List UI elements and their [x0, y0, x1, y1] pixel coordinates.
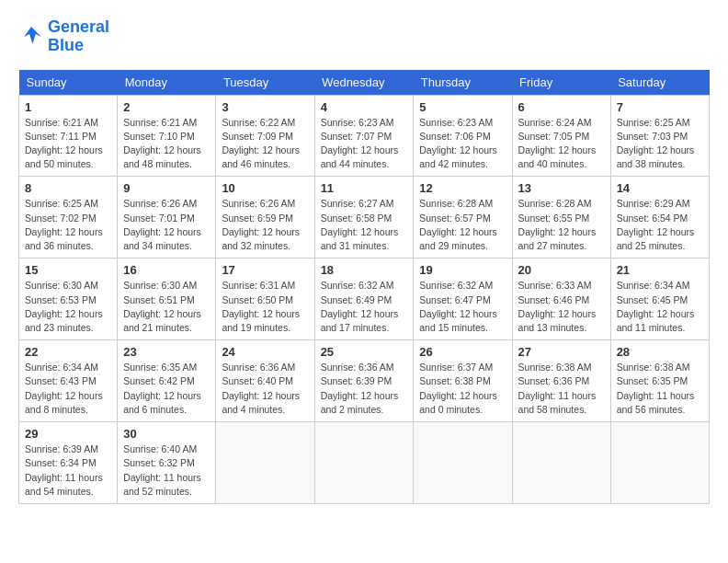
day-number: 3: [222, 100, 308, 114]
day-info: Sunrise: 6:26 AM Sunset: 7:01 PM Dayligh…: [123, 197, 210, 253]
calendar-day-cell: 8Sunrise: 6:25 AM Sunset: 7:02 PM Daylig…: [19, 177, 118, 259]
header-friday: Friday: [512, 70, 610, 96]
logo: General Blue: [18, 18, 109, 55]
day-number: 11: [321, 181, 408, 195]
day-number: 6: [518, 100, 605, 114]
calendar-day-cell: 11Sunrise: 6:27 AM Sunset: 6:58 PM Dayli…: [314, 177, 414, 259]
calendar-day-cell: 2Sunrise: 6:21 AM Sunset: 7:10 PM Daylig…: [118, 95, 216, 177]
day-number: 4: [321, 100, 408, 114]
calendar-week-row: 29Sunrise: 6:39 AM Sunset: 6:34 PM Dayli…: [19, 422, 710, 504]
calendar-day-cell: 15Sunrise: 6:30 AM Sunset: 6:53 PM Dayli…: [19, 259, 118, 340]
calendar-day-cell: 20Sunrise: 6:33 AM Sunset: 6:46 PM Dayli…: [512, 259, 610, 340]
calendar-header-row: SundayMondayTuesdayWednesdayThursdayFrid…: [19, 70, 710, 96]
day-info: Sunrise: 6:23 AM Sunset: 7:06 PM Dayligh…: [419, 116, 506, 172]
day-info: Sunrise: 6:40 AM Sunset: 6:32 PM Dayligh…: [123, 442, 210, 499]
day-number: 5: [419, 100, 506, 114]
day-info: Sunrise: 6:22 AM Sunset: 7:09 PM Dayligh…: [222, 116, 308, 172]
calendar-day-cell: 5Sunrise: 6:23 AM Sunset: 7:06 PM Daylig…: [414, 95, 512, 177]
day-info: Sunrise: 6:38 AM Sunset: 6:36 PM Dayligh…: [518, 361, 605, 417]
calendar-day-cell: 13Sunrise: 6:28 AM Sunset: 6:55 PM Dayli…: [512, 177, 610, 259]
day-number: 30: [123, 427, 210, 441]
header-tuesday: Tuesday: [216, 70, 314, 96]
calendar-day-cell: [512, 422, 610, 504]
calendar-day-cell: 9Sunrise: 6:26 AM Sunset: 7:01 PM Daylig…: [118, 177, 216, 259]
day-info: Sunrise: 6:31 AM Sunset: 6:50 PM Dayligh…: [222, 279, 308, 335]
day-number: 19: [419, 263, 506, 277]
calendar-day-cell: 25Sunrise: 6:36 AM Sunset: 6:39 PM Dayli…: [314, 340, 414, 422]
calendar-week-row: 8Sunrise: 6:25 AM Sunset: 7:02 PM Daylig…: [19, 177, 710, 259]
day-info: Sunrise: 6:25 AM Sunset: 7:03 PM Dayligh…: [617, 116, 703, 172]
day-number: 25: [321, 345, 408, 359]
calendar-week-row: 1Sunrise: 6:21 AM Sunset: 7:11 PM Daylig…: [19, 95, 710, 177]
header-saturday: Saturday: [610, 70, 709, 96]
calendar-day-cell: 1Sunrise: 6:21 AM Sunset: 7:11 PM Daylig…: [19, 95, 118, 177]
calendar-day-cell: 26Sunrise: 6:37 AM Sunset: 6:38 PM Dayli…: [414, 340, 512, 422]
calendar-day-cell: 27Sunrise: 6:38 AM Sunset: 6:36 PM Dayli…: [512, 340, 610, 422]
header-thursday: Thursday: [414, 70, 512, 96]
calendar-day-cell: 30Sunrise: 6:40 AM Sunset: 6:32 PM Dayli…: [118, 422, 216, 504]
calendar-day-cell: 18Sunrise: 6:32 AM Sunset: 6:49 PM Dayli…: [314, 259, 414, 340]
day-number: 23: [123, 345, 210, 359]
day-number: 16: [123, 263, 210, 277]
day-number: 9: [123, 181, 210, 195]
calendar-day-cell: 6Sunrise: 6:24 AM Sunset: 7:05 PM Daylig…: [512, 95, 610, 177]
logo-icon: [18, 24, 44, 50]
calendar-day-cell: 17Sunrise: 6:31 AM Sunset: 6:50 PM Dayli…: [216, 259, 314, 340]
calendar-day-cell: 28Sunrise: 6:38 AM Sunset: 6:35 PM Dayli…: [610, 340, 709, 422]
calendar-day-cell: 22Sunrise: 6:34 AM Sunset: 6:43 PM Dayli…: [19, 340, 118, 422]
day-number: 1: [25, 100, 111, 114]
calendar-day-cell: 19Sunrise: 6:32 AM Sunset: 6:47 PM Dayli…: [414, 259, 512, 340]
calendar-day-cell: [414, 422, 512, 504]
day-number: 20: [518, 263, 605, 277]
calendar-day-cell: 4Sunrise: 6:23 AM Sunset: 7:07 PM Daylig…: [314, 95, 414, 177]
day-info: Sunrise: 6:34 AM Sunset: 6:43 PM Dayligh…: [25, 361, 111, 417]
day-number: 21: [617, 263, 703, 277]
day-info: Sunrise: 6:32 AM Sunset: 6:49 PM Dayligh…: [321, 279, 408, 335]
calendar-day-cell: 29Sunrise: 6:39 AM Sunset: 6:34 PM Dayli…: [19, 422, 118, 504]
day-info: Sunrise: 6:28 AM Sunset: 6:57 PM Dayligh…: [419, 197, 506, 253]
day-number: 7: [617, 100, 703, 114]
day-info: Sunrise: 6:38 AM Sunset: 6:35 PM Dayligh…: [617, 361, 703, 417]
header-monday: Monday: [118, 70, 216, 96]
calendar-day-cell: [314, 422, 414, 504]
calendar-day-cell: 24Sunrise: 6:36 AM Sunset: 6:40 PM Dayli…: [216, 340, 314, 422]
day-number: 24: [222, 345, 308, 359]
day-info: Sunrise: 6:21 AM Sunset: 7:10 PM Dayligh…: [123, 116, 210, 172]
logo-text: General Blue: [48, 18, 109, 55]
day-number: 29: [25, 427, 111, 441]
day-info: Sunrise: 6:36 AM Sunset: 6:39 PM Dayligh…: [321, 361, 408, 417]
day-number: 2: [123, 100, 210, 114]
day-info: Sunrise: 6:29 AM Sunset: 6:54 PM Dayligh…: [617, 197, 703, 253]
day-info: Sunrise: 6:32 AM Sunset: 6:47 PM Dayligh…: [419, 279, 506, 335]
day-number: 12: [419, 181, 506, 195]
day-info: Sunrise: 6:23 AM Sunset: 7:07 PM Dayligh…: [321, 116, 408, 172]
day-info: Sunrise: 6:21 AM Sunset: 7:11 PM Dayligh…: [25, 116, 111, 172]
calendar-day-cell: 12Sunrise: 6:28 AM Sunset: 6:57 PM Dayli…: [414, 177, 512, 259]
day-info: Sunrise: 6:26 AM Sunset: 6:59 PM Dayligh…: [222, 197, 308, 253]
svg-marker-0: [24, 27, 41, 44]
day-info: Sunrise: 6:30 AM Sunset: 6:51 PM Dayligh…: [123, 279, 210, 335]
calendar-table: SundayMondayTuesdayWednesdayThursdayFrid…: [18, 70, 710, 504]
day-info: Sunrise: 6:30 AM Sunset: 6:53 PM Dayligh…: [25, 279, 111, 335]
day-info: Sunrise: 6:35 AM Sunset: 6:42 PM Dayligh…: [123, 361, 210, 417]
header-wednesday: Wednesday: [314, 70, 414, 96]
day-info: Sunrise: 6:34 AM Sunset: 6:45 PM Dayligh…: [617, 279, 703, 335]
page-header: General Blue: [18, 18, 710, 55]
calendar-week-row: 15Sunrise: 6:30 AM Sunset: 6:53 PM Dayli…: [19, 259, 710, 340]
day-info: Sunrise: 6:28 AM Sunset: 6:55 PM Dayligh…: [518, 197, 605, 253]
calendar-day-cell: 3Sunrise: 6:22 AM Sunset: 7:09 PM Daylig…: [216, 95, 314, 177]
day-info: Sunrise: 6:27 AM Sunset: 6:58 PM Dayligh…: [321, 197, 408, 253]
day-number: 17: [222, 263, 308, 277]
day-info: Sunrise: 6:36 AM Sunset: 6:40 PM Dayligh…: [222, 361, 308, 417]
calendar-day-cell: [610, 422, 709, 504]
day-info: Sunrise: 6:39 AM Sunset: 6:34 PM Dayligh…: [25, 442, 111, 499]
day-info: Sunrise: 6:24 AM Sunset: 7:05 PM Dayligh…: [518, 116, 605, 172]
calendar-day-cell: 21Sunrise: 6:34 AM Sunset: 6:45 PM Dayli…: [610, 259, 709, 340]
day-info: Sunrise: 6:33 AM Sunset: 6:46 PM Dayligh…: [518, 279, 605, 335]
day-number: 15: [25, 263, 111, 277]
day-number: 18: [321, 263, 408, 277]
calendar-week-row: 22Sunrise: 6:34 AM Sunset: 6:43 PM Dayli…: [19, 340, 710, 422]
day-number: 13: [518, 181, 605, 195]
day-number: 22: [25, 345, 111, 359]
day-info: Sunrise: 6:37 AM Sunset: 6:38 PM Dayligh…: [419, 361, 506, 417]
